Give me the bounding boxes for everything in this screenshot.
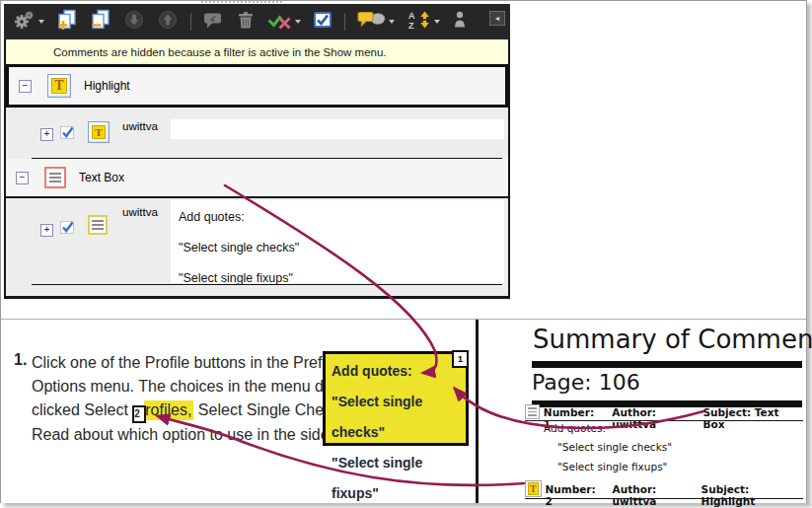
- commenter-button[interactable]: [452, 10, 468, 34]
- caret-down-icon: [38, 20, 44, 24]
- trash-icon: [236, 10, 256, 35]
- document-line: Read about which option to use in the si…: [32, 423, 321, 447]
- sort-az-icon: A Z: [406, 10, 431, 34]
- expand-all-icon: [56, 9, 78, 35]
- filter-notice-text: Comments are hidden because a filter is …: [53, 46, 387, 58]
- document-section: 1. Click one of the Profile buttons in t…: [1, 319, 806, 503]
- next-comment-button[interactable]: [123, 9, 145, 35]
- document-text: Click one of the Profile buttons in the …: [32, 351, 321, 447]
- comment-text-field[interactable]: Add quotes: "Select single checks" "Sele…: [171, 200, 504, 283]
- comment-author: uwittva: [122, 120, 158, 132]
- comment-number-badge[interactable]: 2: [132, 405, 146, 423]
- comment-checkbox[interactable]: [59, 219, 76, 240]
- highlight-icon: T: [525, 480, 542, 497]
- list-number: 1.: [14, 351, 27, 369]
- collapse-all-icon: [90, 9, 111, 35]
- note-line: "Select single fixups": [332, 448, 460, 508]
- sort-by-button[interactable]: A Z: [406, 10, 440, 34]
- highlight-icon: T: [47, 74, 71, 98]
- expand-toggle[interactable]: +: [40, 224, 53, 237]
- caret-down-icon: [295, 20, 301, 24]
- comment-line: Add quotes:: [179, 202, 496, 233]
- toolbar-separator: [190, 13, 191, 31]
- arrow-up-circle-icon: [157, 9, 179, 35]
- highlight-icon: T: [88, 121, 110, 143]
- toolbar-separator: [344, 13, 345, 31]
- document-line: Click one of the Profile buttons in the …: [32, 351, 321, 375]
- comment-subject: Subject: Text Box: [702, 406, 803, 430]
- delete-button[interactable]: [236, 10, 256, 35]
- comment-author: Author: uwittva: [613, 483, 701, 507]
- comments-toolbar: A Z ◄: [4, 4, 510, 39]
- expand-toggle[interactable]: +: [40, 128, 53, 141]
- group-label: Highlight: [84, 79, 130, 93]
- group-label: Text Box: [79, 171, 124, 184]
- comment-row-highlight[interactable]: + T uwittva: [6, 108, 508, 159]
- summary-panel: Summary of Comments Page: 106 Number: 1 …: [479, 320, 806, 503]
- show-menu-button[interactable]: [357, 10, 395, 34]
- comment-subject: Subject: Highlight: [701, 483, 803, 507]
- person-icon: [452, 10, 468, 34]
- document-line: Options menu. The choices in the menu de…: [32, 375, 321, 399]
- previous-comment-button[interactable]: [157, 9, 179, 35]
- comment-checkbox[interactable]: [59, 124, 76, 145]
- comment-body-line: "Select single checks": [557, 441, 672, 453]
- group-row-textbox[interactable]: − Text Box: [6, 159, 508, 198]
- note-line: Add quotes:: [332, 356, 460, 387]
- options-button[interactable]: [12, 10, 44, 34]
- comments-panel: A Z ◄ Comments are hidden because a filt…: [4, 4, 510, 299]
- checkmark-button[interactable]: [313, 10, 332, 34]
- comment-row-textbox[interactable]: + uwittva Add quotes: "Select single che…: [6, 198, 508, 285]
- row-underline: [525, 420, 803, 421]
- gear-icon: [12, 10, 36, 34]
- screenshot-frame: A Z ◄ Comments are hidden because a filt…: [0, 0, 807, 503]
- comment-body-line: Add quotes:: [544, 422, 606, 434]
- comment-author: Author: uwittva: [612, 406, 702, 430]
- filter-notice: Comments are hidden because a filter is …: [6, 39, 508, 64]
- row-underline: [525, 498, 803, 499]
- comment-line: "Select single fixups": [179, 263, 496, 294]
- text-box-icon: [88, 215, 108, 235]
- summary-comment-2-header: T Number: 2 Author: uwittva Subject: Hig…: [525, 483, 803, 507]
- caret-down-icon: [434, 20, 440, 24]
- note-line: "Select single checks": [332, 387, 460, 448]
- collapse-toggle[interactable]: −: [16, 172, 29, 184]
- group-row-highlight[interactable]: − T Highlight: [6, 64, 508, 108]
- comment-line: "Select single checks": [179, 233, 496, 263]
- comment-number-badge[interactable]: 1: [452, 350, 469, 368]
- document-line: clicked Select 2rofiles, Select Single C…: [32, 399, 321, 423]
- summary-title: Summary of Comments: [533, 325, 812, 354]
- text-box-annotation[interactable]: Add quotes: "Select single checks" "Sele…: [323, 351, 469, 446]
- arrow-down-circle-icon: [123, 9, 145, 35]
- blue-checkbox-icon: [313, 10, 332, 34]
- comment-text-field[interactable]: [171, 119, 504, 139]
- comment-number: Number: 2: [546, 483, 605, 507]
- reply-bubble-icon: [203, 10, 224, 35]
- collapse-panel-button[interactable]: ◄: [489, 11, 505, 26]
- caret-down-icon: [389, 20, 395, 24]
- svg-text:Z: Z: [408, 21, 414, 30]
- text-box-icon: [525, 404, 540, 419]
- collapse-all-button[interactable]: [90, 9, 111, 35]
- speech-bubbles-icon: [357, 10, 386, 34]
- row-separator: [32, 284, 502, 285]
- reply-button[interactable]: [203, 10, 224, 35]
- expand-all-button[interactable]: [56, 9, 78, 35]
- set-status-button[interactable]: [267, 10, 301, 34]
- check-x-status-icon: [267, 10, 292, 34]
- comments-list: − T Highlight + T uwittva −: [6, 64, 508, 296]
- summary-page-label: Page: 106: [532, 370, 640, 395]
- highlighted-word[interactable]: rofiles,: [144, 400, 193, 420]
- svg-text:A: A: [408, 11, 415, 21]
- text-box-icon: [44, 167, 66, 188]
- divider-bar: [532, 361, 802, 368]
- collapse-toggle[interactable]: −: [19, 80, 32, 93]
- comment-body-line: "Select single fixups": [557, 461, 667, 472]
- comment-author: uwittva: [122, 206, 158, 218]
